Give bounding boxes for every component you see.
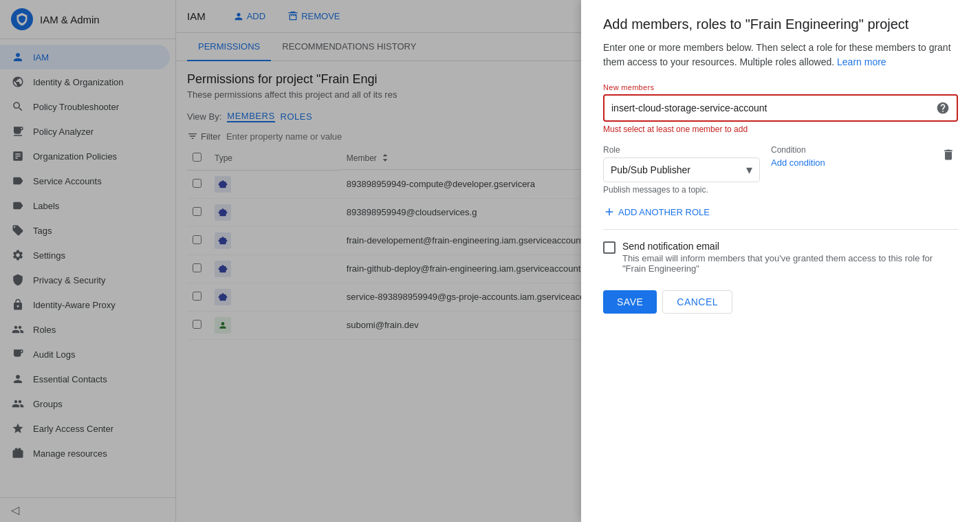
notification-description: This email will inform members that you'…	[622, 253, 958, 274]
add-role-plus-icon	[603, 206, 616, 218]
notification-row: Send notification email This email will …	[603, 241, 958, 274]
delete-role-button[interactable]	[939, 145, 958, 168]
role-select-wrap[interactable]: Pub/Sub Publisher ▾	[603, 157, 760, 182]
save-button[interactable]: SAVE	[603, 290, 657, 314]
add-another-role-button[interactable]: ADD ANOTHER ROLE	[603, 206, 710, 218]
learn-more-link[interactable]: Learn more	[837, 56, 886, 67]
panel-title: Add members, roles to "Frain Engineering…	[603, 17, 958, 32]
panel-description: Enter one or more members below. Then se…	[603, 41, 958, 69]
condition-label: Condition	[771, 145, 928, 155]
role-section: Role Pub/Sub Publisher ▾ Publish message…	[603, 145, 760, 195]
role-description: Publish messages to a topic.	[603, 185, 760, 195]
new-members-input[interactable]	[611, 102, 936, 113]
help-icon[interactable]	[936, 101, 950, 115]
error-message: Must select at least one member to add	[603, 124, 958, 134]
add-condition-link[interactable]: Add condition	[771, 157, 825, 168]
role-condition-row: Role Pub/Sub Publisher ▾ Publish message…	[603, 145, 958, 195]
notification-label: Send notification email	[622, 241, 958, 252]
add-members-panel: Add members, roles to "Frain Engineering…	[581, 0, 980, 522]
cancel-button[interactable]: CANCEL	[662, 290, 732, 314]
role-select[interactable]: Pub/Sub Publisher	[611, 164, 746, 175]
role-label: Role	[603, 145, 760, 155]
new-members-label: New members	[603, 83, 958, 91]
role-select-chevron-icon: ▾	[746, 162, 752, 177]
notification-checkbox[interactable]	[603, 241, 616, 254]
condition-section: Condition Add condition	[771, 145, 928, 168]
new-members-input-wrap	[603, 94, 958, 122]
delete-icon	[941, 148, 955, 162]
action-row: SAVE CANCEL	[603, 290, 958, 314]
divider	[603, 229, 958, 230]
notification-text: Send notification email This email will …	[622, 241, 958, 274]
